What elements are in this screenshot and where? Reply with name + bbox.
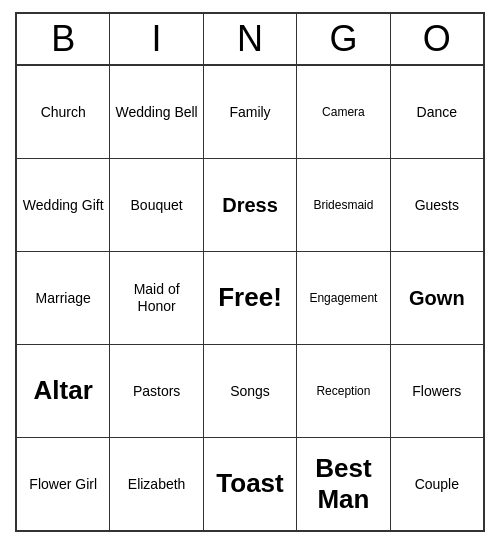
bingo-header: BINGO [17, 14, 483, 66]
header-letter-I: I [110, 14, 203, 64]
header-letter-O: O [391, 14, 483, 64]
bingo-cell-0-4: Dance [391, 66, 483, 158]
bingo-cell-1-2: Dress [204, 159, 297, 251]
header-letter-B: B [17, 14, 110, 64]
bingo-row-4: Flower GirlElizabethToastBest ManCouple [17, 438, 483, 530]
header-letter-G: G [297, 14, 390, 64]
bingo-cell-3-3: Reception [297, 345, 390, 437]
bingo-cell-4-3: Best Man [297, 438, 390, 530]
bingo-cell-0-2: Family [204, 66, 297, 158]
bingo-row-2: MarriageMaid of HonorFree!EngagementGown [17, 252, 483, 345]
bingo-cell-4-2: Toast [204, 438, 297, 530]
bingo-grid: ChurchWedding BellFamilyCameraDanceWeddi… [17, 66, 483, 530]
bingo-cell-1-0: Wedding Gift [17, 159, 110, 251]
bingo-row-1: Wedding GiftBouquetDressBridesmaidGuests [17, 159, 483, 252]
bingo-row-0: ChurchWedding BellFamilyCameraDance [17, 66, 483, 159]
bingo-cell-0-1: Wedding Bell [110, 66, 203, 158]
bingo-cell-0-3: Camera [297, 66, 390, 158]
bingo-cell-4-0: Flower Girl [17, 438, 110, 530]
header-letter-N: N [204, 14, 297, 64]
bingo-cell-3-2: Songs [204, 345, 297, 437]
bingo-row-3: AltarPastorsSongsReceptionFlowers [17, 345, 483, 438]
bingo-cell-1-4: Guests [391, 159, 483, 251]
bingo-cell-4-4: Couple [391, 438, 483, 530]
bingo-cell-0-0: Church [17, 66, 110, 158]
bingo-cell-3-4: Flowers [391, 345, 483, 437]
bingo-cell-2-3: Engagement [297, 252, 390, 344]
bingo-cell-3-1: Pastors [110, 345, 203, 437]
bingo-cell-2-2: Free! [204, 252, 297, 344]
bingo-cell-2-0: Marriage [17, 252, 110, 344]
bingo-cell-2-4: Gown [391, 252, 483, 344]
bingo-cell-2-1: Maid of Honor [110, 252, 203, 344]
bingo-card: BINGO ChurchWedding BellFamilyCameraDanc… [15, 12, 485, 532]
bingo-cell-1-1: Bouquet [110, 159, 203, 251]
bingo-cell-3-0: Altar [17, 345, 110, 437]
bingo-cell-1-3: Bridesmaid [297, 159, 390, 251]
bingo-cell-4-1: Elizabeth [110, 438, 203, 530]
